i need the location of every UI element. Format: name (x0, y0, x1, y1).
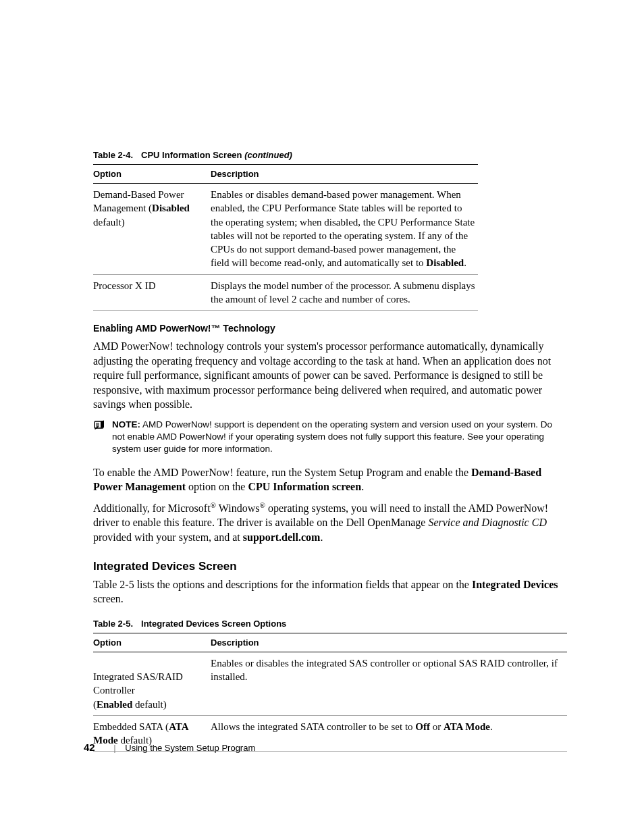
table-row: Demand-Based Power Management (Disabled … (93, 184, 478, 275)
page-footer: 42 | Using the System Setup Program (84, 741, 255, 753)
footer-separator: | (113, 743, 115, 753)
body-paragraph: AMD PowerNow! technology controls your s… (93, 339, 567, 412)
note-text: NOTE: AMD PowerNow! support is dependent… (112, 419, 567, 456)
description-cell: Enables or disables demand-based power m… (211, 184, 478, 275)
note-icon (93, 419, 107, 435)
table-number: Table 2-5. (93, 619, 133, 629)
body-paragraph: Table 2-5 lists the options and descript… (93, 577, 567, 606)
body-paragraph: Additionally, for Microsoft® Windows® op… (93, 501, 567, 545)
option-cell: Integrated SAS/RAID Controller (Enabled … (93, 652, 211, 715)
table-row: Integrated SAS/RAID Controller (Enabled … (93, 652, 567, 715)
description-cell: Allows the integrated SATA controller to… (211, 715, 567, 752)
note-block: NOTE: AMD PowerNow! support is dependent… (93, 419, 567, 456)
footer-title: Using the System Setup Program (125, 743, 255, 753)
integrated-devices-table: Option Description Integrated SAS/RAID C… (93, 633, 567, 752)
col-description-header: Description (211, 165, 478, 184)
col-description-header: Description (211, 633, 567, 652)
table-caption: Table 2-5.Integrated Devices Screen Opti… (93, 619, 567, 629)
col-option-header: Option (93, 633, 211, 652)
table-suffix: (continued) (244, 150, 292, 160)
table-row: Processor X ID Displays the model number… (93, 274, 478, 311)
table-title: CPU Information Screen (141, 150, 244, 160)
description-cell: Enables or disables the integrated SAS c… (211, 652, 567, 715)
document-page: Table 2-4.CPU Information Screen (contin… (0, 0, 644, 834)
page-number: 42 (84, 741, 95, 753)
cpu-info-table: Option Description Demand-Based Power Ma… (93, 164, 478, 311)
table-number: Table 2-4. (93, 150, 133, 160)
section-heading: Integrated Devices Screen (93, 560, 567, 573)
table-title: Integrated Devices Screen Options (141, 619, 286, 629)
table-caption: Table 2-4.CPU Information Screen (contin… (93, 150, 567, 160)
description-cell: Displays the model number of the process… (211, 274, 478, 311)
subsection-heading: Enabling AMD PowerNow!™ Technology (93, 323, 567, 334)
option-cell: Demand-Based Power Management (Disabled … (93, 184, 211, 275)
body-paragraph: To enable the AMD PowerNow! feature, run… (93, 465, 567, 494)
col-option-header: Option (93, 165, 211, 184)
option-cell: Processor X ID (93, 274, 211, 311)
